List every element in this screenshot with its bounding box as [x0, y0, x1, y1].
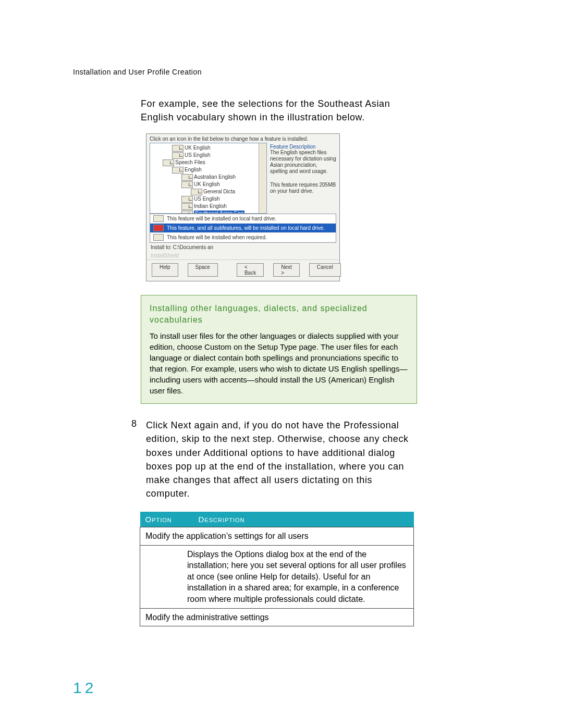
- disk-icon: [181, 181, 193, 188]
- tree-item[interactable]: Speech Files: [175, 159, 205, 165]
- install-option-menu[interactable]: This feature will be installed on local …: [150, 214, 336, 243]
- disk-icon: [172, 167, 183, 174]
- step-number: 8: [131, 418, 139, 500]
- back-button[interactable]: < Back: [237, 263, 264, 277]
- menu-icon: [153, 234, 164, 241]
- running-header: Installation and User Profile Creation: [73, 68, 490, 76]
- page-number: 12: [73, 679, 96, 697]
- install-path: Install to: C:\Documents an: [146, 243, 339, 252]
- feature-requirement: This feature requires 205MB on your hard…: [270, 182, 336, 194]
- callout-title: Installing other languages, dialects, an…: [150, 303, 408, 325]
- tree-item[interactable]: General Dicta: [203, 189, 235, 194]
- menu-option[interactable]: This feature will be installed when requ…: [167, 235, 267, 240]
- installer-screenshot: Click on an icon in the list below to ch…: [146, 133, 340, 281]
- menu-icon: [153, 225, 164, 231]
- disk-icon: [191, 189, 202, 195]
- table-row: Modify the administrative settings: [140, 608, 414, 626]
- menu-option-selected[interactable]: This feature, and all subfeatures, will …: [167, 225, 325, 231]
- step-8: 8 Click Next again and, if you do not ha…: [131, 418, 417, 500]
- tree-item[interactable]: English: [185, 167, 202, 172]
- feature-description-label: Feature Description: [270, 144, 336, 150]
- disk-icon: [172, 152, 183, 159]
- table-header-option: Option: [140, 512, 193, 527]
- disk-icon: [181, 174, 193, 181]
- tree-item-selected[interactable]: Southeast Asian Eng: [194, 211, 244, 214]
- tree-item[interactable]: US English: [194, 196, 219, 202]
- help-button[interactable]: Help: [152, 263, 178, 277]
- tree-item[interactable]: Indian English: [194, 203, 227, 209]
- installer-hint: Click on an icon in the list below to ch…: [146, 134, 339, 143]
- table-row: Displays the Options dialog box at the e…: [140, 545, 414, 608]
- next-button[interactable]: Next >: [273, 263, 300, 277]
- space-button[interactable]: Space: [188, 263, 218, 277]
- table-row: Modify the application’s settings for al…: [140, 527, 414, 545]
- disk-icon: [181, 196, 193, 203]
- cancel-button[interactable]: Cancel: [309, 263, 341, 277]
- tree-item[interactable]: UK English: [185, 145, 210, 151]
- callout-body: To install user files for the other lang…: [150, 330, 408, 396]
- note-callout: Installing other languages, dialects, an…: [141, 295, 417, 404]
- menu-option[interactable]: This feature will be installed on local …: [167, 216, 276, 221]
- feature-tree[interactable]: UK English US English Speech Files Engli…: [150, 143, 267, 214]
- tree-item[interactable]: Australian English: [194, 174, 236, 180]
- feature-description-text: The English speech files necessary for d…: [270, 150, 336, 175]
- installshield-brand: InstallShield: [146, 252, 339, 260]
- intro-paragraph: For example, see the selections for the …: [141, 97, 417, 124]
- disk-icon: [181, 211, 193, 214]
- disk-icon: [181, 203, 193, 210]
- scrollbar[interactable]: [259, 143, 266, 213]
- disk-icon: [163, 159, 174, 166]
- table-header-description: Description: [193, 512, 414, 527]
- menu-icon: [153, 215, 164, 222]
- options-table: Option Description Modify the applicatio…: [140, 512, 414, 626]
- tree-item[interactable]: UK English: [194, 181, 219, 187]
- tree-item[interactable]: US English: [185, 152, 210, 158]
- disk-icon: [172, 145, 183, 152]
- step-text: Click Next again and, if you do not have…: [146, 418, 417, 500]
